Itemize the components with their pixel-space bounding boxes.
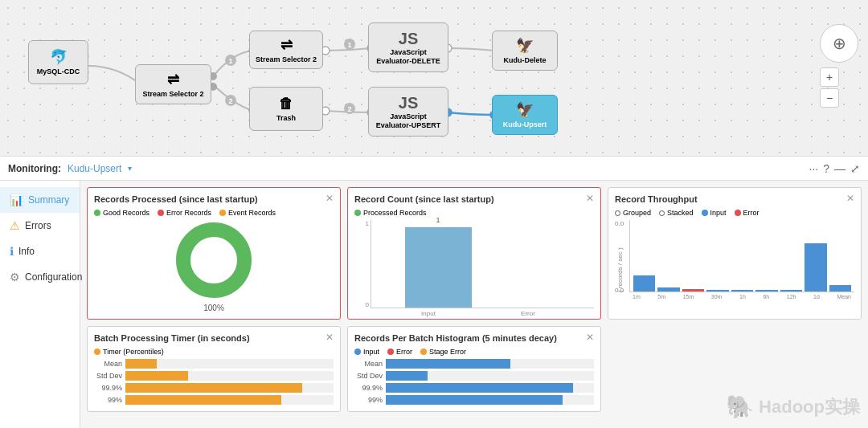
zoom-out-button[interactable]: − [820,88,839,108]
legend-throughput-error-dot [735,210,741,216]
hbar-mean-fill [125,359,157,369]
monitoring-label: Monitoring: [8,163,61,174]
legend-event-label: Event Records [228,209,276,217]
sidebar-item-configuration[interactable]: ⚙ Configuration [0,264,80,290]
record-count-bar-area: 1 [371,220,594,308]
node-stream-selector-2b[interactable]: ⇌ Stream Selector 2 [249,31,323,69]
svg-text:1: 1 [228,57,232,65]
batch-timer-close[interactable]: ✕ [326,332,334,343]
record-count-legend: Processed Records [354,209,594,217]
legend-rpb-input-label: Input [363,348,379,356]
node-js-delete-label: JavaScriptEvaluator-DELETE [376,48,440,66]
charts-area: Records Processed (since last startup) ✕… [80,181,868,428]
sidebar-item-config-label: Configuration [25,271,82,283]
rpb-hbar-mean-label: Mean [354,360,383,368]
legend-rpb-input-dot [354,349,361,355]
rpb-hbar-999: 99.9% [354,383,594,393]
record-count-close[interactable]: ✕ [586,193,594,204]
monitoring-minimize-button[interactable]: — [834,162,845,175]
y-min: 0 [366,301,369,308]
rpb-hbar-mean-track [386,359,594,369]
records-per-batch-close[interactable]: ✕ [586,332,594,343]
node-stream-selector-2b-label: Stream Selector 2 [256,55,317,64]
node-trash[interactable]: 🗑 Trash [249,87,323,131]
hbar-stddev-fill [125,371,188,381]
zoom-in-button[interactable]: + [820,67,839,87]
hbar-mean-label: Mean [94,360,122,368]
x-label-error: Error [521,310,535,317]
node-js-upsert-label: JavaScriptEvaluator-UPSERT [376,112,441,130]
legend-rpb-stage-label: Stage Error [429,348,466,356]
stream-selector-icon-a: ⇌ [167,71,179,88]
pipeline-canvas: 1 2 1 2 🐬 MySQL-CDC ⇌ Stream Selector 2 … [0,0,868,157]
records-processed-close[interactable]: ✕ [326,193,334,204]
legend-input-label: Input [710,209,727,217]
t-bar-1h [731,290,753,291]
legend-rpb-stage: Stage Error [420,348,466,356]
main-content: 📊 Summary ⚠ Errors ℹ Info ⚙ Configuratio… [0,181,868,428]
svg-text:1: 1 [347,41,351,49]
monitoring-more-button[interactable]: ··· [809,162,819,175]
stream-selector-icon-b: ⇌ [280,36,293,54]
t-bar-6h [755,290,777,291]
zoom-controls: ⊕ + − [820,24,858,108]
monitoring-help-button[interactable]: ? [823,162,829,175]
sidebar-item-info[interactable]: ℹ Info [0,238,80,264]
x-label-input: Input [421,310,436,317]
monitoring-expand-button[interactable]: ⤢ [850,162,860,175]
records-processed-legend: Good Records Error Records Event Records [94,209,334,217]
sidebar-item-errors[interactable]: ⚠ Errors [0,213,80,238]
legend-timer-dot [94,349,100,355]
legend-rpb-stage-dot [420,349,427,355]
rpb-hbar-stddev: Std Dev [354,371,594,381]
svg-point-21 [198,244,230,276]
hbar-stddev-label: Std Dev [94,372,122,380]
node-js-upsert[interactable]: JS JavaScriptEvaluator-UPSERT [368,87,448,137]
node-stream-selector-2a-label: Stream Selector 2 [142,90,203,99]
errors-icon: ⚠ [10,219,20,232]
record-throughput-legend: Grouped Stacked Input Error [615,209,854,217]
node-stream-selector-2a[interactable]: ⇌ Stream Selector 2 [135,64,211,104]
legend-good-label: Good Records [103,209,149,217]
node-kudu-upsert-label: Kudu-Upsert [503,120,547,129]
pan-control[interactable]: ⊕ [820,24,858,63]
legend-error-records: Error Records [158,209,211,217]
info-icon: ℹ [10,245,14,258]
record-throughput-close[interactable]: ✕ [846,193,854,204]
legend-timer: Timer (Percentiles) [94,348,164,356]
legend-rpb-error: Error [387,348,412,356]
legend-stacked: Stacked [659,209,694,217]
node-kudu-upsert[interactable]: 🦅 Kudu-Upsert [492,95,558,135]
node-mysql-cdc[interactable]: 🐬 MySQL-CDC [28,40,88,84]
monitoring-dropdown-arrow[interactable]: ▾ [128,164,132,173]
svg-text:2: 2 [228,97,232,105]
batch-timer-title: Batch Processing Timer (in seconds) [94,333,334,343]
config-icon: ⚙ [10,271,20,283]
record-count-x-labels: Input Error [354,310,594,317]
x-30m: 30m [711,294,723,300]
hadoop-logo-icon: 🐘 [726,393,754,420]
chart-batch-timer: Batch Processing Timer (in seconds) ✕ Ti… [87,326,341,412]
svg-point-18 [344,103,355,114]
node-js-delete[interactable]: JS JavaScriptEvaluator-DELETE [368,22,448,72]
x-1d: 1d [813,294,820,300]
rpb-hbar-stddev-track [386,371,594,381]
legend-throughput-error-label: Error [743,209,760,217]
mysql-icon: 🐬 [50,48,68,66]
sidebar-item-summary[interactable]: 📊 Summary [0,187,80,213]
node-kudu-delete[interactable]: 🦅 Kudu-Delete [492,31,558,71]
y-bottom-label: 0.0 [615,287,624,294]
hbar-stddev: Std Dev [94,371,334,381]
legend-error-label: Error Records [166,209,211,217]
legend-good-records: Good Records [94,209,149,217]
rpb-hbar-stddev-fill [386,371,428,381]
rpb-hbar-999-label: 99.9% [354,384,383,392]
legend-event-records: Event Records [219,209,276,217]
record-count-chart: 1 0 1 Input Error [354,220,594,308]
monitoring-node-name[interactable]: Kudu-Upsert [68,163,121,174]
svg-point-14 [225,95,236,106]
legend-processed: Processed Records [354,209,427,217]
t-bar-1d [805,243,826,291]
t-bar-mean [829,285,851,291]
svg-text:2: 2 [347,105,351,113]
